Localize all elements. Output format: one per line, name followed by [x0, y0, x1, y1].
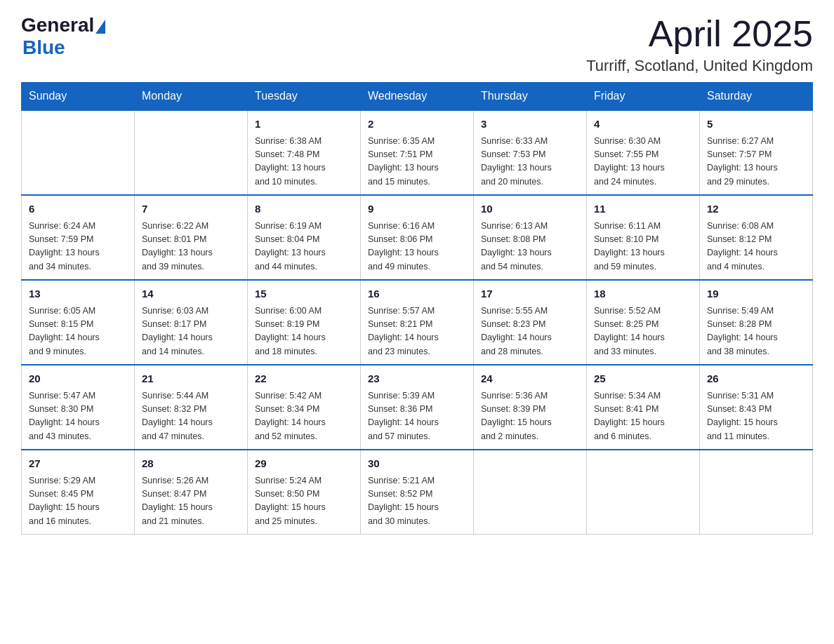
- day-number: 8: [255, 201, 353, 217]
- day-info: Sunrise: 5:21 AM Sunset: 8:52 PM Dayligh…: [368, 474, 466, 529]
- calendar-cell: 11Sunrise: 6:11 AM Sunset: 8:10 PM Dayli…: [587, 195, 700, 280]
- title-block: April 2025 Turriff, Scotland, United Kin…: [586, 14, 813, 75]
- calendar-cell: 25Sunrise: 5:34 AM Sunset: 8:41 PM Dayli…: [587, 365, 700, 450]
- day-info: Sunrise: 5:57 AM Sunset: 8:21 PM Dayligh…: [368, 304, 466, 359]
- calendar-cell: 15Sunrise: 6:00 AM Sunset: 8:19 PM Dayli…: [248, 280, 361, 365]
- weekday-header-thursday: Thursday: [474, 83, 587, 111]
- calendar-cell: 19Sunrise: 5:49 AM Sunset: 8:28 PM Dayli…: [700, 280, 813, 365]
- calendar-cell: 22Sunrise: 5:42 AM Sunset: 8:34 PM Dayli…: [248, 365, 361, 450]
- week-row-2: 6Sunrise: 6:24 AM Sunset: 7:59 PM Daylig…: [22, 195, 813, 280]
- calendar-cell: [587, 450, 700, 535]
- day-info: Sunrise: 6:38 AM Sunset: 7:48 PM Dayligh…: [255, 135, 353, 189]
- calendar-cell: [700, 450, 813, 535]
- day-info: Sunrise: 6:16 AM Sunset: 8:06 PM Dayligh…: [368, 220, 466, 274]
- day-info: Sunrise: 5:47 AM Sunset: 8:30 PM Dayligh…: [29, 389, 127, 444]
- calendar-cell: 2Sunrise: 6:35 AM Sunset: 7:51 PM Daylig…: [361, 110, 474, 195]
- day-number: 28: [142, 456, 240, 472]
- weekday-header-sunday: Sunday: [22, 83, 135, 111]
- weekday-header-saturday: Saturday: [700, 83, 813, 111]
- day-number: 21: [142, 371, 240, 387]
- day-number: 16: [368, 286, 466, 302]
- day-info: Sunrise: 6:24 AM Sunset: 7:59 PM Dayligh…: [29, 220, 127, 274]
- day-number: 23: [368, 371, 466, 387]
- day-number: 19: [707, 286, 805, 302]
- day-number: 15: [255, 286, 353, 302]
- day-number: 10: [481, 201, 579, 217]
- weekday-header-monday: Monday: [135, 83, 248, 111]
- day-info: Sunrise: 6:33 AM Sunset: 7:53 PM Dayligh…: [481, 135, 579, 189]
- day-number: 4: [594, 116, 692, 133]
- day-number: 26: [707, 371, 805, 387]
- day-info: Sunrise: 5:36 AM Sunset: 8:39 PM Dayligh…: [481, 389, 579, 444]
- calendar-cell: 14Sunrise: 6:03 AM Sunset: 8:17 PM Dayli…: [135, 280, 248, 365]
- logo-blue-text: Blue: [22, 36, 65, 59]
- weekday-header-tuesday: Tuesday: [248, 83, 361, 111]
- day-info: Sunrise: 6:22 AM Sunset: 8:01 PM Dayligh…: [142, 220, 240, 274]
- calendar-cell: 17Sunrise: 5:55 AM Sunset: 8:23 PM Dayli…: [474, 280, 587, 365]
- day-info: Sunrise: 6:30 AM Sunset: 7:55 PM Dayligh…: [594, 135, 692, 189]
- calendar-table: SundayMondayTuesdayWednesdayThursdayFrid…: [21, 82, 813, 535]
- calendar-cell: 5Sunrise: 6:27 AM Sunset: 7:57 PM Daylig…: [700, 110, 813, 195]
- day-number: 2: [368, 116, 466, 133]
- day-number: 25: [594, 371, 692, 387]
- calendar-cell: 28Sunrise: 5:26 AM Sunset: 8:47 PM Dayli…: [135, 450, 248, 535]
- calendar-cell: 20Sunrise: 5:47 AM Sunset: 8:30 PM Dayli…: [22, 365, 135, 450]
- day-number: 22: [255, 371, 353, 387]
- day-info: Sunrise: 6:27 AM Sunset: 7:57 PM Dayligh…: [707, 135, 805, 189]
- day-info: Sunrise: 6:13 AM Sunset: 8:08 PM Dayligh…: [481, 220, 579, 274]
- calendar-cell: 21Sunrise: 5:44 AM Sunset: 8:32 PM Dayli…: [135, 365, 248, 450]
- day-info: Sunrise: 5:42 AM Sunset: 8:34 PM Dayligh…: [255, 389, 353, 444]
- day-number: 7: [142, 201, 240, 217]
- calendar-cell: 13Sunrise: 6:05 AM Sunset: 8:15 PM Dayli…: [22, 280, 135, 365]
- day-info: Sunrise: 6:35 AM Sunset: 7:51 PM Dayligh…: [368, 135, 466, 189]
- day-info: Sunrise: 5:44 AM Sunset: 8:32 PM Dayligh…: [142, 389, 240, 444]
- calendar-cell: 18Sunrise: 5:52 AM Sunset: 8:25 PM Dayli…: [587, 280, 700, 365]
- day-number: 3: [481, 116, 579, 133]
- day-number: 18: [594, 286, 692, 302]
- calendar-cell: 8Sunrise: 6:19 AM Sunset: 8:04 PM Daylig…: [248, 195, 361, 280]
- day-info: Sunrise: 5:49 AM Sunset: 8:28 PM Dayligh…: [707, 304, 805, 359]
- day-number: 29: [255, 456, 353, 472]
- location-subtitle: Turriff, Scotland, United Kingdom: [586, 57, 813, 75]
- day-info: Sunrise: 5:34 AM Sunset: 8:41 PM Dayligh…: [594, 389, 692, 444]
- calendar-cell: [135, 110, 248, 195]
- day-number: 24: [481, 371, 579, 387]
- calendar-cell: 27Sunrise: 5:29 AM Sunset: 8:45 PM Dayli…: [22, 450, 135, 535]
- day-info: Sunrise: 5:24 AM Sunset: 8:50 PM Dayligh…: [255, 474, 353, 529]
- logo: General Blue: [21, 14, 105, 59]
- day-info: Sunrise: 5:52 AM Sunset: 8:25 PM Dayligh…: [594, 304, 692, 359]
- calendar-cell: 9Sunrise: 6:16 AM Sunset: 8:06 PM Daylig…: [361, 195, 474, 280]
- day-info: Sunrise: 6:03 AM Sunset: 8:17 PM Dayligh…: [142, 304, 240, 359]
- calendar-cell: 23Sunrise: 5:39 AM Sunset: 8:36 PM Dayli…: [361, 365, 474, 450]
- day-number: 30: [368, 456, 466, 472]
- calendar-cell: [474, 450, 587, 535]
- day-number: 20: [29, 371, 127, 387]
- day-info: Sunrise: 5:26 AM Sunset: 8:47 PM Dayligh…: [142, 474, 240, 529]
- calendar-cell: 1Sunrise: 6:38 AM Sunset: 7:48 PM Daylig…: [248, 110, 361, 195]
- day-info: Sunrise: 6:05 AM Sunset: 8:15 PM Dayligh…: [29, 304, 127, 359]
- day-number: 27: [29, 456, 127, 472]
- week-row-4: 20Sunrise: 5:47 AM Sunset: 8:30 PM Dayli…: [22, 365, 813, 450]
- week-row-1: 1Sunrise: 6:38 AM Sunset: 7:48 PM Daylig…: [22, 110, 813, 195]
- weekday-header-friday: Friday: [587, 83, 700, 111]
- day-number: 9: [368, 201, 466, 217]
- day-number: 1: [255, 116, 353, 133]
- calendar-cell: 30Sunrise: 5:21 AM Sunset: 8:52 PM Dayli…: [361, 450, 474, 535]
- calendar-cell: [22, 110, 135, 195]
- week-row-3: 13Sunrise: 6:05 AM Sunset: 8:15 PM Dayli…: [22, 280, 813, 365]
- day-info: Sunrise: 5:55 AM Sunset: 8:23 PM Dayligh…: [481, 304, 579, 359]
- logo-general-text: General: [21, 14, 94, 36]
- calendar-cell: 10Sunrise: 6:13 AM Sunset: 8:08 PM Dayli…: [474, 195, 587, 280]
- day-info: Sunrise: 6:19 AM Sunset: 8:04 PM Dayligh…: [255, 220, 353, 274]
- calendar-cell: 7Sunrise: 6:22 AM Sunset: 8:01 PM Daylig…: [135, 195, 248, 280]
- day-number: 14: [142, 286, 240, 302]
- calendar-cell: 12Sunrise: 6:08 AM Sunset: 8:12 PM Dayli…: [700, 195, 813, 280]
- weekday-header-row: SundayMondayTuesdayWednesdayThursdayFrid…: [22, 83, 813, 111]
- week-row-5: 27Sunrise: 5:29 AM Sunset: 8:45 PM Dayli…: [22, 450, 813, 535]
- calendar-cell: 29Sunrise: 5:24 AM Sunset: 8:50 PM Dayli…: [248, 450, 361, 535]
- calendar-cell: 3Sunrise: 6:33 AM Sunset: 7:53 PM Daylig…: [474, 110, 587, 195]
- calendar-cell: 24Sunrise: 5:36 AM Sunset: 8:39 PM Dayli…: [474, 365, 587, 450]
- day-info: Sunrise: 6:08 AM Sunset: 8:12 PM Dayligh…: [707, 220, 805, 274]
- calendar-cell: 16Sunrise: 5:57 AM Sunset: 8:21 PM Dayli…: [361, 280, 474, 365]
- day-info: Sunrise: 5:39 AM Sunset: 8:36 PM Dayligh…: [368, 389, 466, 444]
